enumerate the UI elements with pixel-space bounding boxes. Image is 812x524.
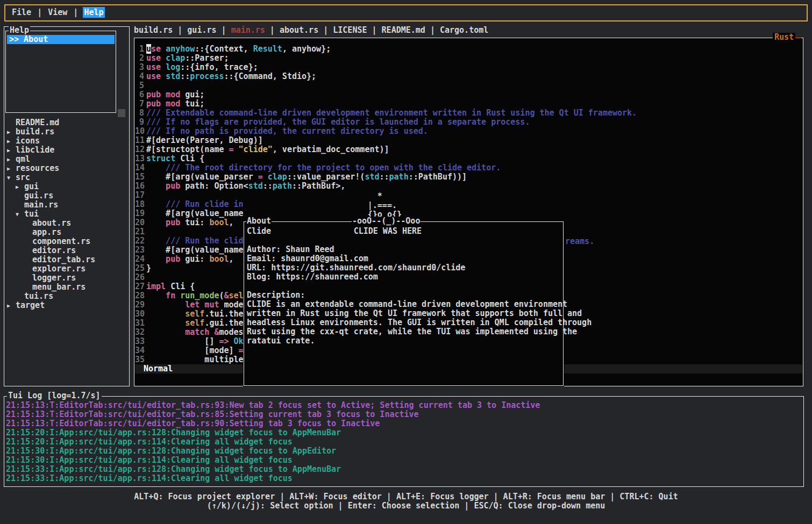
line-number: 29 <box>135 300 144 310</box>
tree-item-build-rs[interactable]: ▶build.rs <box>4 127 128 137</box>
menu-separator: | <box>32 8 47 17</box>
tree-item-label: gui.rs <box>24 191 53 200</box>
tree-item-qml[interactable]: ▶qml <box>4 155 128 164</box>
tree-item-tui-rs[interactable]: tui.rs <box>4 292 128 301</box>
tree-item-label: resources <box>16 164 59 173</box>
tab-separator: | <box>265 25 280 35</box>
line-number: 4 <box>135 72 144 81</box>
line-number: 34 <box>135 346 144 355</box>
menu-item-help[interactable]: Help <box>83 7 104 18</box>
clide-tui-app: File | View | Help README.md▶build.rs▶ic… <box>0 0 812 524</box>
menu-item-file[interactable]: File <box>11 7 32 18</box>
tree-item-tui[interactable]: ▼tui <box>4 210 128 219</box>
tree-item-label: tui.rs <box>24 292 53 301</box>
tree-item-component-rs[interactable]: component.rs <box>4 237 128 246</box>
line-number: 2 <box>135 54 144 63</box>
tree-item-label: src <box>16 173 30 182</box>
menu-separator: | <box>68 8 83 17</box>
log-line-4: 21:15:20:I:App:src/tui/app.rs:128:Changi… <box>6 428 802 437</box>
tab-gui-rs[interactable]: gui.rs <box>187 25 216 35</box>
tree-item-gui[interactable]: ▶gui <box>4 182 128 191</box>
code-line-13: 13struct Cli { <box>135 154 802 163</box>
chevron-collapsed-icon: ▶ <box>7 147 10 153</box>
tree-item-label: editor_tab.rs <box>32 255 95 264</box>
tui-log-title: Tui Log [log=1.7/s] <box>7 391 102 400</box>
tab-readme-md[interactable]: README.md <box>382 25 425 35</box>
tree-item-logger-rs[interactable]: logger.rs <box>4 274 128 283</box>
about-dialog-box: About -ooO--(_)--Ooo Clide CLIDE WAS HER… <box>244 221 564 386</box>
tree-item-label: tui <box>24 210 39 219</box>
line-number: 8 <box>135 109 144 118</box>
tab-build-rs[interactable]: build.rs <box>134 25 173 35</box>
tree-item-explorer-rs[interactable]: explorer.rs <box>4 264 128 274</box>
menu-item-view[interactable]: View <box>47 7 68 18</box>
tree-item-target[interactable]: ▶target <box>4 301 128 310</box>
tree-item-readme-md[interactable]: README.md <box>4 118 128 127</box>
code-line-11: 11#[derive(Parser, Debug)] <box>135 136 802 145</box>
log-line-9: 21:15:33:I:App:src/tui/app.rs:114:Cleari… <box>6 474 802 483</box>
tab-main-rs[interactable]: main.rs <box>231 25 265 35</box>
code-line-12: 12#[structopt(name = "clide", verbatim_d… <box>135 145 802 154</box>
tree-item-editor-rs[interactable]: editor.rs <box>4 246 128 255</box>
tree-item-app-rs[interactable]: app.rs <box>4 228 128 237</box>
tree-item-label: build.rs <box>16 127 54 137</box>
tree-item-src[interactable]: ▼src <box>4 173 128 182</box>
log-line-8: 21:15:33:I:App:src/tui/app.rs:128:Changi… <box>6 465 802 474</box>
code-line-3: 3use log::{info, trace}; <box>135 63 802 72</box>
about-dialog-content: Clide CLIDE WAS HERE Author: Shaun Reed … <box>247 227 592 346</box>
line-number: 22 <box>135 236 144 246</box>
tree-item-icons[interactable]: ▶icons <box>4 137 128 146</box>
line-number: 16 <box>135 182 144 191</box>
line-number: 14 <box>135 163 144 173</box>
tree-item-label: main.rs <box>24 200 58 210</box>
file-tree: README.md▶build.rs▶icons▶libclide▶qml▶re… <box>4 118 128 386</box>
line-number: 23 <box>135 246 144 255</box>
log-line-2: 21:15:13:T:EditorTab:src/tui/editor_tab.… <box>6 410 802 419</box>
code-line-1: 1use anyhow::{Context, Result, anyhow}; <box>135 45 802 54</box>
code-line-8: 8/// Extendable command-line driven deve… <box>135 109 802 118</box>
log-line-5: 21:15:20:I:App:src/tui/app.rs:114:Cleari… <box>6 437 802 447</box>
tree-item-libclide[interactable]: ▶libclide <box>4 146 128 155</box>
tree-item-resources[interactable]: ▶resources <box>4 164 128 173</box>
ascii-art-feet: -ooO--(_)--Ooo <box>352 217 421 226</box>
tree-item-label: explorer.rs <box>32 264 86 274</box>
tab-cargo-toml[interactable]: Cargo.toml <box>440 25 488 35</box>
tree-item-label: target <box>16 301 45 310</box>
tree-item-label: README.md <box>16 118 59 127</box>
line-number: 30 <box>135 310 144 319</box>
menu-bar: File | View | Help <box>4 4 808 21</box>
tree-item-gui-rs[interactable]: gui.rs <box>4 191 128 200</box>
line-number: 35 <box>135 355 144 364</box>
tree-item-editor-tab-rs[interactable]: editor_tab.rs <box>4 255 128 264</box>
log-line-1: 21:15:13:T:EditorTab:src/tui/editor_tab.… <box>6 401 802 410</box>
chevron-collapsed-icon: ▶ <box>7 129 10 135</box>
tab-license[interactable]: LICENSE <box>333 25 367 35</box>
tree-item-label: icons <box>16 137 40 146</box>
tree-item-label: gui <box>24 182 39 191</box>
about-dialog-title: About <box>246 217 272 226</box>
tree-item-label: component.rs <box>32 237 90 246</box>
tree-item-menu-bar-rs[interactable]: menu_bar.rs <box>4 283 128 292</box>
editor-mode: Normal <box>135 364 173 374</box>
line-number: 5 <box>135 81 144 90</box>
code-line-16: 16 pub path: Option<std::path::PathBuf>, <box>135 182 802 191</box>
tab-about-rs[interactable]: about.rs <box>280 25 318 35</box>
line-number: 11 <box>135 136 144 145</box>
line-number: 18 <box>135 200 144 209</box>
line-number: 28 <box>135 291 144 300</box>
tree-item-main-rs[interactable]: main.rs <box>4 200 128 210</box>
line-number: 26 <box>135 273 144 282</box>
tui-log-panel: Tui Log [log=1.7/s] 21:15:13:T:EditorTab… <box>4 396 804 487</box>
line-number: 10 <box>135 127 144 136</box>
tab-separator: | <box>217 25 231 35</box>
code-line-6: 6pub mod gui; <box>135 90 802 99</box>
chevron-collapsed-icon: ▶ <box>7 138 10 144</box>
line-number: 19 <box>135 209 144 218</box>
help-option-about[interactable]: >> About <box>7 35 115 44</box>
tree-item-label: libclide <box>16 146 54 155</box>
line-number: 21 <box>135 227 144 236</box>
chevron-collapsed-icon: ▶ <box>16 184 19 190</box>
tree-item-about-rs[interactable]: about.rs <box>4 219 128 228</box>
chevron-collapsed-icon: ▶ <box>7 166 10 171</box>
explorer-scrollbar-thumb[interactable] <box>118 109 125 117</box>
